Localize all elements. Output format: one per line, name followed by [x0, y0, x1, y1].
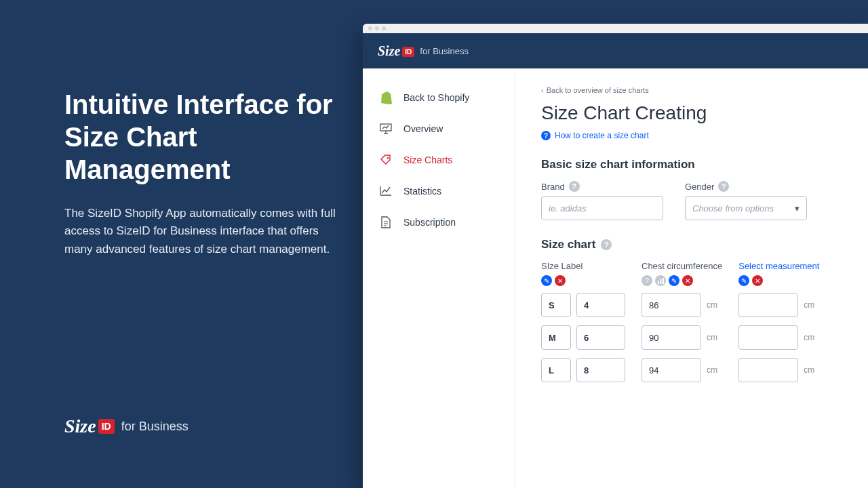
svg-rect-2: [658, 281, 659, 284]
sidebar-item-size-charts[interactable]: Size Charts: [363, 144, 515, 176]
measurement-input[interactable]: [738, 358, 798, 382]
chevron-left-icon: ‹: [541, 86, 544, 94]
column-header: Chest circumference: [642, 261, 722, 271]
column-chest: Chest circumference ? ✎ ✕ cm: [642, 261, 722, 390]
page-title: Size Chart Creating: [541, 102, 842, 124]
unit-label: cm: [804, 300, 818, 310]
chest-input[interactable]: [642, 325, 701, 350]
size-label-alt-input[interactable]: [576, 325, 625, 350]
sidebar-item-label: Overview: [403, 123, 443, 134]
brand-id-badge: ID: [98, 419, 115, 434]
shopify-icon: [379, 91, 393, 104]
brand-suffix: for Business: [121, 420, 189, 434]
promo-panel: Intuitive Interface for Size Chart Manag…: [64, 88, 336, 258]
unit-label: cm: [707, 300, 722, 310]
size-chart-grid: SIze Label ✎ ✕: [541, 261, 842, 390]
hint-icon[interactable]: ?: [718, 181, 729, 192]
window-titlebar: [363, 24, 868, 33]
help-link-label: How to create a size chart: [555, 131, 649, 140]
brand-footer: SizeID for Business: [64, 415, 189, 437]
svg-point-1: [387, 157, 389, 159]
promo-title: Intuitive Interface for Size Chart Manag…: [64, 88, 336, 186]
window-dot: [368, 26, 372, 30]
help-icon: ?: [541, 131, 551, 140]
promo-body: The SizeID Shopify App automatically com…: [64, 205, 336, 258]
measurement-input[interactable]: [738, 325, 798, 350]
window-dot: [382, 26, 386, 30]
measurement-input[interactable]: [738, 293, 798, 317]
app-header: SizeID for Business: [363, 33, 868, 68]
app-window: SizeID for Business Back to Shopify Over…: [363, 24, 868, 488]
sidebar: Back to Shopify Overview Size Charts Sta…: [363, 68, 515, 488]
gender-select[interactable]: Choose from options ▾: [685, 196, 807, 220]
basic-info-heading: Basic size chart information: [541, 158, 842, 171]
presentation-icon: [379, 122, 393, 136]
edit-icon[interactable]: ✎: [669, 275, 679, 286]
delete-icon[interactable]: ✕: [752, 275, 763, 286]
sidebar-item-statistics[interactable]: Statistics: [363, 176, 515, 207]
sidebar-item-back-to-shopify[interactable]: Back to Shopify: [363, 82, 515, 113]
unit-label: cm: [804, 365, 818, 375]
edit-icon[interactable]: ✎: [541, 275, 552, 286]
document-icon: [379, 216, 393, 229]
hint-icon: ?: [642, 275, 652, 286]
hint-icon[interactable]: ?: [601, 239, 612, 250]
delete-icon[interactable]: ✕: [682, 275, 693, 286]
sidebar-item-label: Back to Shopify: [403, 92, 469, 103]
sidebar-item-label: Statistics: [403, 186, 441, 197]
chart-icon: [655, 275, 666, 286]
edit-icon[interactable]: ✎: [738, 275, 749, 286]
unit-label: cm: [804, 333, 818, 342]
brand-input[interactable]: [541, 196, 663, 220]
back-link[interactable]: ‹ Back to overview of size charts: [541, 86, 842, 94]
brand-logo: SizeID: [64, 415, 115, 437]
tag-icon: [379, 153, 393, 167]
column-header: SIze Label: [541, 261, 625, 271]
brand-id-badge: ID: [402, 47, 414, 57]
chevron-down-icon: ▾: [795, 203, 800, 214]
chest-input[interactable]: [642, 358, 701, 382]
column-select-measurement: Select measurement ✎ ✕ cm cm: [738, 261, 819, 390]
size-chart-heading: Size chart ?: [541, 238, 842, 251]
sidebar-item-label: Size Charts: [403, 155, 452, 165]
gender-field: Gender ? Choose from options ▾: [685, 181, 807, 220]
size-label-alt-input[interactable]: [576, 293, 625, 317]
brand-logo: SizeID: [378, 43, 414, 59]
column-size-label: SIze Label ✎ ✕: [541, 261, 625, 390]
delete-icon[interactable]: ✕: [555, 275, 566, 286]
chest-input[interactable]: [642, 293, 701, 317]
sidebar-item-overview[interactable]: Overview: [363, 113, 515, 144]
svg-rect-3: [660, 279, 661, 284]
gender-label: Gender ?: [685, 181, 807, 192]
size-label-input[interactable]: [541, 293, 571, 317]
sidebar-item-label: Subscription: [403, 217, 456, 228]
hint-icon[interactable]: ?: [569, 181, 580, 192]
size-label-input[interactable]: [541, 325, 571, 350]
sidebar-item-subscription[interactable]: Subscription: [363, 207, 515, 238]
size-label-alt-input[interactable]: [576, 358, 625, 382]
window-dot: [375, 26, 379, 30]
brand-label: Brand ?: [541, 181, 663, 192]
chart-icon: [379, 184, 393, 198]
unit-label: cm: [707, 365, 722, 375]
size-label-input[interactable]: [541, 358, 571, 382]
unit-label: cm: [707, 333, 722, 342]
svg-rect-4: [663, 278, 664, 284]
main-content: ‹ Back to overview of size charts Size C…: [515, 68, 868, 488]
back-link-label: Back to overview of size charts: [547, 86, 649, 94]
column-header-link[interactable]: Select measurement: [738, 261, 819, 271]
help-link[interactable]: ? How to create a size chart: [541, 131, 842, 140]
brand-field: Brand ?: [541, 181, 663, 220]
brand-suffix: for Business: [420, 46, 469, 56]
